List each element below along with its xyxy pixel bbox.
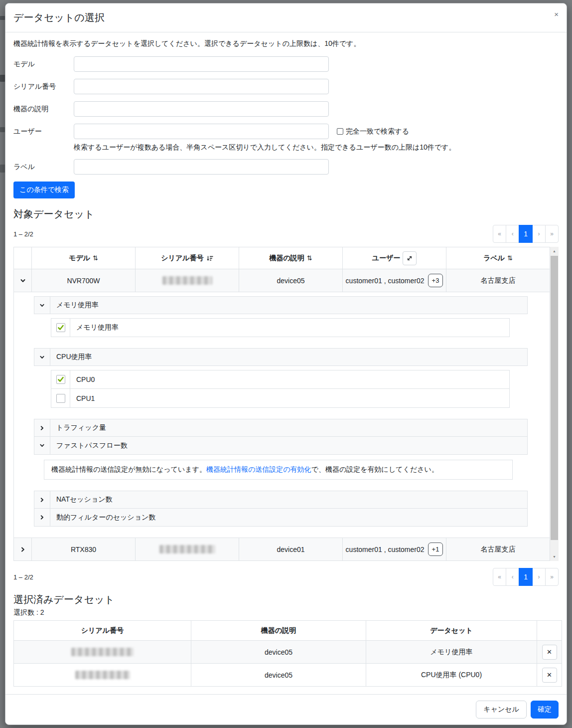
- dataset-option-label: メモリ使用率: [70, 319, 119, 337]
- page-1-button[interactable]: 1: [519, 225, 533, 243]
- cell-users: customer01 , customer02 +3: [343, 269, 446, 292]
- memory-checkbox-checked[interactable]: [56, 323, 65, 332]
- checkbox-cell: [51, 389, 70, 407]
- remove-dataset-icon[interactable]: ✕: [542, 668, 557, 683]
- dialog-footer: キャンセル 確定: [5, 694, 567, 725]
- page-last-button[interactable]: »: [545, 225, 559, 243]
- cell-device-desc: device05: [239, 269, 343, 292]
- dataset-option-label: CPU1: [70, 389, 95, 407]
- page-last-button[interactable]: »: [545, 568, 559, 586]
- sort-ascending-icon[interactable]: [206, 255, 213, 262]
- confirm-button[interactable]: 確定: [531, 701, 559, 719]
- dialog-body: 機器統計情報を表示するデータセットを選択してください。選択できるデータセットの上…: [5, 32, 567, 694]
- group-chevron-cell: [34, 349, 50, 365]
- device-detail-row: メモリ使用率 メモリ使用率: [14, 292, 550, 538]
- selected-row-cpu0: device05 CPU使用率 (CPU0) ✕: [14, 664, 562, 687]
- column-header-model[interactable]: モデル ⇅: [32, 247, 136, 269]
- transmission-disabled-warning: 機器統計情報の送信設定が無効になっています。 機器統計情報の送信設定の有効化 で…: [44, 460, 513, 480]
- model-input[interactable]: [74, 56, 329, 72]
- chevron-right-icon: [39, 497, 45, 503]
- page-1-button[interactable]: 1: [519, 568, 533, 586]
- group-name: NATセッション数: [50, 491, 113, 508]
- enable-transmission-link[interactable]: 機器統計情報の送信設定の有効化: [206, 465, 311, 474]
- cell-actions: ✕: [537, 664, 562, 687]
- cpu1-checkbox-unchecked[interactable]: [56, 394, 65, 403]
- selected-column-serial: シリアル番号: [14, 621, 191, 641]
- target-table-wrap: モデル ⇅ シリアル番号: [13, 247, 559, 561]
- page-next-button[interactable]: ›: [532, 568, 546, 586]
- more-users-badge[interactable]: +1: [428, 543, 443, 556]
- group-row-dynamic-filter[interactable]: 動的フィルターのセッション数: [34, 509, 528, 527]
- page-next-button[interactable]: ›: [532, 225, 546, 243]
- form-row-user: ユーザー 完全一致で検索する: [13, 124, 559, 139]
- chevron-down-icon: [39, 443, 45, 448]
- group-row-memory[interactable]: メモリ使用率: [34, 296, 528, 314]
- close-icon[interactable]: ×: [554, 10, 559, 18]
- more-users-badge[interactable]: +3: [428, 274, 443, 287]
- pagination-top: « ‹ 1 › »: [493, 225, 559, 243]
- expand-column-header: [14, 247, 32, 269]
- chevron-right-icon: [39, 425, 45, 431]
- group-chevron-cell: [34, 509, 50, 526]
- form-row-serial: シリアル番号: [13, 79, 559, 94]
- selected-table-header-row: シリアル番号 機器の説明 データセット: [14, 621, 562, 641]
- target-table-header-row: モデル ⇅ シリアル番号: [14, 247, 550, 269]
- exact-match-checkbox[interactable]: [337, 128, 343, 135]
- users-text: customer01 , customer02: [346, 277, 425, 285]
- scrollbar-up-icon[interactable]: ▲: [550, 247, 559, 255]
- warning-text-before: 機器統計情報の送信設定が無効になっています。: [51, 465, 206, 474]
- sort-both-icon[interactable]: ⇅: [507, 254, 513, 262]
- cancel-button[interactable]: キャンセル: [476, 701, 527, 719]
- sort-both-icon[interactable]: ⇅: [307, 254, 312, 262]
- search-button[interactable]: この条件で検索: [13, 182, 75, 198]
- scrollbar-thumb[interactable]: [551, 256, 558, 540]
- column-header-label[interactable]: ラベル ⇅: [446, 247, 550, 269]
- group-chevron-cell: [34, 297, 50, 314]
- device-desc-label: 機器の説明: [13, 105, 74, 114]
- device-desc-input[interactable]: [74, 101, 329, 117]
- serial-input[interactable]: [74, 79, 329, 94]
- backdrop-smudge: [0, 165, 5, 173]
- group-name: ファストパスフロー数: [50, 437, 128, 454]
- group-row-fastpath[interactable]: ファストパスフロー数: [34, 437, 528, 455]
- group-row-nat[interactable]: NATセッション数: [34, 491, 528, 509]
- page-first-button[interactable]: «: [493, 568, 506, 586]
- sort-both-icon[interactable]: ⇅: [93, 254, 98, 262]
- group-chevron-cell: [34, 491, 50, 508]
- target-list-controls-bottom: 1 – 2/2 « ‹ 1 › »: [13, 568, 559, 586]
- user-input[interactable]: [74, 124, 329, 139]
- page-prev-button[interactable]: ‹: [506, 568, 519, 586]
- page-first-button[interactable]: «: [493, 225, 506, 243]
- group-row-cpu[interactable]: CPU使用率: [34, 348, 528, 366]
- column-header-serial-label: シリアル番号: [161, 254, 203, 263]
- table-scrollbar[interactable]: ▲ ▼: [550, 247, 559, 561]
- page-prev-button[interactable]: ‹: [506, 225, 519, 243]
- backdrop-smudge: [0, 127, 5, 132]
- column-header-device-desc[interactable]: 機器の説明 ⇅: [239, 247, 343, 269]
- cell-dataset: CPU使用率 (CPU0): [366, 664, 537, 687]
- expand-row-button[interactable]: [14, 538, 31, 560]
- collapse-row-button[interactable]: [14, 269, 31, 292]
- pagination-bottom: « ‹ 1 › »: [493, 568, 559, 586]
- dataset-option-memory: メモリ使用率: [51, 318, 510, 337]
- remove-dataset-icon[interactable]: ✕: [542, 645, 557, 660]
- selected-table: シリアル番号 機器の説明 データセット device05 メモリ使用率 ✕ de…: [13, 620, 562, 687]
- column-header-serial[interactable]: シリアル番号: [136, 247, 239, 269]
- dialog-header: データセットの選択 ×: [5, 3, 567, 32]
- device-detail-cell: メモリ使用率 メモリ使用率: [14, 292, 550, 538]
- expand-users-column-button[interactable]: [403, 251, 417, 265]
- backdrop-smudge: [0, 75, 5, 82]
- redacted-serial: [71, 648, 134, 656]
- expand-cell: [14, 269, 32, 292]
- column-header-label-label: ラベル: [483, 254, 505, 263]
- cpu0-checkbox-checked[interactable]: [56, 375, 65, 384]
- dialog-description: 機器統計情報を表示するデータセットを選択してください。選択できるデータセットの上…: [13, 39, 559, 48]
- cell-device-desc: device05: [191, 641, 366, 664]
- column-header-user: ユーザー: [343, 247, 446, 269]
- group-row-traffic[interactable]: トラフィック量: [34, 419, 528, 437]
- form-row-device-desc: 機器の説明: [13, 101, 559, 117]
- scrollbar-down-icon[interactable]: ▼: [550, 552, 559, 561]
- cell-serial: [136, 269, 239, 292]
- label-input[interactable]: [74, 159, 329, 175]
- exact-match-label: 完全一致で検索する: [346, 127, 409, 136]
